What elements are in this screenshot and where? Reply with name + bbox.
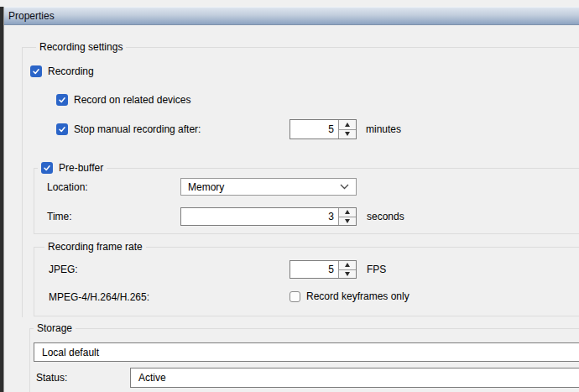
jpeg-fps-spin-buttons — [338, 261, 356, 278]
stop-manual-checkbox-label[interactable]: Stop manual recording after: — [74, 123, 201, 135]
storage-selection-value: Local default — [42, 347, 99, 358]
pre-buffer-time-spinner: 3 — [180, 207, 357, 226]
spin-up-button[interactable] — [339, 261, 356, 270]
stop-recording-minutes-spinner: 5 — [290, 119, 357, 139]
checkmark-icon — [32, 67, 40, 76]
record-related-checkbox-label[interactable]: Record on related devices — [74, 94, 190, 106]
up-arrow-icon — [345, 210, 350, 214]
jpeg-fps-spinner: 5 — [290, 260, 357, 279]
stop-recording-minutes-spin-buttons — [338, 120, 356, 139]
record-keyframes-checkbox-row: Record keyframes only — [290, 290, 409, 302]
chevron-down-icon — [340, 184, 349, 190]
spin-up-button[interactable] — [339, 208, 356, 217]
recording-checkbox-row: Recording — [30, 65, 94, 77]
checkmark-icon — [43, 164, 51, 172]
storage-status-value: Active — [138, 372, 166, 384]
stop-manual-checkbox[interactable] — [56, 123, 68, 135]
storage-selection-field[interactable]: Local default — [34, 342, 579, 362]
location-label: Location: — [47, 178, 88, 196]
down-arrow-icon — [345, 132, 350, 136]
properties-panel: Properties Recording settings Recording … — [0, 0, 579, 392]
pre-buffer-checkbox[interactable] — [41, 162, 53, 174]
storage-status-field: Active — [130, 368, 579, 388]
pre-buffer-caption: Pre-buffer — [38, 162, 107, 174]
pre-buffer-time-value[interactable]: 3 — [181, 208, 338, 225]
up-arrow-icon — [345, 263, 350, 267]
recording-checkbox-label[interactable]: Recording — [48, 65, 94, 77]
pre-buffer-checkbox-label[interactable]: Pre-buffer — [59, 162, 103, 174]
record-related-checkbox[interactable] — [56, 94, 68, 106]
down-arrow-icon — [345, 272, 350, 276]
seconds-unit-label: seconds — [367, 207, 404, 226]
spin-down-button[interactable] — [339, 217, 356, 226]
record-keyframes-checkbox[interactable] — [290, 291, 300, 302]
time-label: Time: — [47, 207, 72, 226]
spin-down-button[interactable] — [339, 270, 356, 279]
spin-down-button[interactable] — [339, 130, 356, 139]
record-related-checkbox-row: Record on related devices — [56, 94, 190, 106]
minutes-unit-label: minutes — [366, 119, 401, 139]
recording-frame-rate-group-label: Recording frame rate — [44, 241, 146, 253]
recording-settings-group-label: Recording settings — [36, 41, 126, 53]
mpeg-label: MPEG-4/H.264/H.265: — [49, 290, 149, 303]
up-arrow-icon — [345, 123, 350, 127]
storage-group-label: Storage — [34, 322, 76, 334]
stop-manual-checkbox-row: Stop manual recording after: — [56, 123, 201, 135]
fps-unit-label: FPS — [367, 260, 386, 279]
down-arrow-icon — [345, 219, 350, 223]
pre-buffer-time-spin-buttons — [338, 208, 356, 225]
panel-splitter[interactable] — [0, 7, 4, 392]
record-keyframes-checkbox-label[interactable]: Record keyframes only — [306, 290, 409, 302]
stop-recording-minutes-value[interactable]: 5 — [290, 120, 338, 139]
panel-title: Properties — [8, 10, 55, 22]
recording-frame-rate-group: Recording frame rate — [34, 247, 579, 316]
jpeg-fps-value[interactable]: 5 — [290, 261, 338, 278]
location-dropdown-value: Memory — [188, 181, 224, 193]
recording-checkbox[interactable] — [30, 65, 42, 77]
checkmark-icon — [58, 96, 66, 104]
checkmark-icon — [58, 125, 66, 133]
properties-header: Properties — [4, 7, 579, 25]
location-dropdown[interactable]: Memory — [180, 178, 357, 196]
status-label: Status: — [36, 368, 67, 388]
jpeg-label: JPEG: — [49, 260, 78, 279]
spin-up-button[interactable] — [339, 120, 356, 130]
